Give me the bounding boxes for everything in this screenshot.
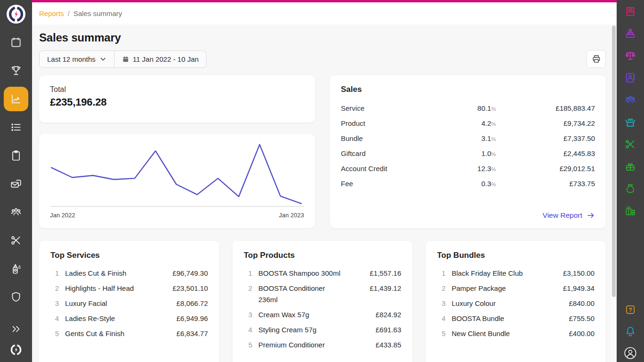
rail-item-clients[interactable] [624, 93, 637, 107]
brand-logo-outline-icon [8, 342, 24, 358]
item-rank: 4 [50, 313, 59, 324]
item-name: Gents Cut & Finish [65, 328, 124, 339]
item-rank: 3 [50, 298, 59, 309]
range-select-button[interactable]: Last 12 months [40, 51, 114, 67]
sales-row-label: Bundle [341, 134, 430, 142]
sales-row-amount: £733.75 [496, 180, 595, 188]
breadcrumb: Reports / Sales summary [39, 9, 122, 17]
sales-row-label: Product [341, 119, 430, 127]
sidebar-item-trophy[interactable] [4, 58, 28, 83]
rail-item-bell[interactable] [624, 325, 637, 338]
total-card: Total £235,196.28 [39, 75, 315, 123]
total-value: £235,196.28 [50, 96, 304, 108]
content: Sales summary Last 12 months 11 Jan 2022… [32, 25, 617, 362]
list-item: 3Cream Wax 57g£824.92 [244, 307, 401, 322]
item-rank: 5 [244, 339, 252, 351]
rail-item-cash-box[interactable] [624, 5, 637, 18]
sidebar-item-analytics[interactable] [4, 87, 28, 111]
brand-logo-icon[interactable] [6, 4, 26, 25]
rail-item-packages[interactable] [624, 204, 637, 217]
item-name: Ladies Re-Style [65, 313, 115, 324]
rail-item-till[interactable] [624, 27, 637, 40]
sales-row-percent: 4.2% [430, 119, 496, 127]
sales-row-amount: £7,337.50 [496, 134, 595, 142]
item-amount: £691.63 [376, 324, 401, 336]
item-amount: £755.50 [569, 313, 594, 324]
breadcrumb-reports-link[interactable]: Reports [39, 9, 64, 17]
rail-item-contact-book[interactable] [624, 71, 637, 84]
sidebar-footer-brand-logo-outline[interactable] [4, 340, 28, 359]
sidebar-item-team[interactable] [4, 200, 28, 224]
list-icon [10, 121, 22, 133]
rail-item-gift[interactable] [624, 160, 637, 173]
right-sidebar-nav [624, 5, 637, 217]
list-item: 3Luxury Facial£8,066.72 [50, 296, 208, 311]
sidebar-item-scissors[interactable] [4, 228, 28, 253]
top-lists-grid: Top Services1Ladies Cut & Finish£96,749.… [39, 241, 606, 362]
sidebar-item-shield[interactable] [4, 285, 28, 309]
rail-item-scissors[interactable] [624, 138, 637, 151]
avatar-icon [624, 345, 637, 361]
item-name: Premium Conditioner [258, 339, 325, 351]
item-name: Styling Cream 57g [258, 324, 316, 336]
summary-left-column: Total £235,196.28 Jan 2022 Jan 2023 [39, 75, 315, 228]
filter-row: Last 12 months 11 Jan 2022 - 10 Jan [39, 50, 606, 68]
print-button[interactable] [586, 50, 606, 68]
item-amount: £433.85 [376, 339, 401, 351]
top-list-rows: 1BOOSTA Shampoo 300ml£1,557.162BOOSTA Co… [244, 266, 401, 353]
list-item: 4BOOSTA Bundle£755.50 [437, 311, 594, 326]
top-list-card-top-products: Top Products1BOOSTA Shampoo 300ml£1,557.… [232, 241, 413, 362]
list-item: 1Black Friday Elite Club£3,150.00 [437, 266, 594, 281]
sidebar-item-list[interactable] [4, 115, 28, 140]
sidebar-item-mail[interactable] [4, 172, 28, 196]
view-report-link[interactable]: View Report [543, 211, 595, 220]
left-sidebar-nav [4, 30, 28, 309]
scrollbar-thumb[interactable] [612, 25, 616, 297]
scissors-icon [10, 234, 22, 247]
gift-icon [624, 160, 636, 173]
rail-item-scales[interactable] [624, 49, 637, 62]
chevron-down-icon [99, 56, 107, 63]
sales-row: Fee0.3%£733.75 [341, 176, 595, 191]
sidebar-item-spray-bottle[interactable] [4, 256, 28, 281]
chart-axis-labels: Jan 2022 Jan 2023 [50, 212, 304, 219]
list-item: 3Luxury Colour£840.00 [437, 296, 594, 311]
sales-row: Giftcard1.0%£2,445.83 [341, 146, 595, 161]
item-rank: 2 [437, 283, 446, 294]
date-range-button[interactable]: 11 Jan 2022 - 10 Jan [114, 51, 206, 67]
vertical-scrollbar[interactable] [611, 25, 617, 362]
item-rank: 2 [244, 283, 252, 294]
list-item: 1BOOSTA Shampoo 300ml£1,557.16 [244, 266, 401, 281]
rail-item-open-gift[interactable] [624, 115, 637, 129]
item-rank: 3 [244, 309, 252, 321]
rail-item-money-bag[interactable] [624, 182, 637, 195]
sidebar-item-clipboard[interactable] [4, 143, 28, 168]
sidebar-item-calendar[interactable] [4, 30, 28, 55]
bell-icon [624, 325, 636, 337]
item-amount: £840.00 [569, 298, 594, 309]
sales-row-percent: 80.1% [430, 104, 496, 112]
sales-breakdown-card: Sales Service80.1%£185,883.47Product4.2%… [330, 75, 606, 228]
rail-item-help[interactable]: ? [624, 303, 637, 316]
calendar-icon [10, 36, 22, 49]
sales-row-percent: 0.3% [430, 180, 496, 188]
top-list-rows: 1Ladies Cut & Finish£96,749.302Highlight… [50, 266, 208, 341]
item-amount: £3,150.00 [563, 268, 594, 279]
sales-row: Account Credit12.3%£29,012.51 [341, 161, 595, 176]
list-item: 4Ladies Re-Style£6,949.96 [50, 311, 208, 326]
arrow-right-icon [586, 211, 595, 220]
sales-row: Bundle3.1%£7,337.50 [341, 131, 595, 146]
rail-item-avatar[interactable] [624, 346, 637, 360]
scales-icon [624, 49, 636, 62]
page-title: Sales summary [39, 31, 606, 44]
sales-row-label: Account Credit [341, 165, 430, 173]
right-sidebar: ? [617, 0, 644, 362]
list-item: 2Pamper Package£1,949.34 [437, 281, 594, 296]
top-list-title: Top Products [244, 251, 401, 260]
list-item: 5New Client Bundle£400.00 [437, 326, 594, 341]
list-item: 4Styling Cream 57g£691.63 [244, 322, 401, 337]
app-root: Reports / Sales summary Sales summary La… [0, 0, 644, 362]
sidebar-footer-chevrons-right[interactable] [4, 320, 28, 338]
view-report-label: View Report [543, 211, 582, 220]
right-sidebar-footer: ? [624, 303, 637, 360]
